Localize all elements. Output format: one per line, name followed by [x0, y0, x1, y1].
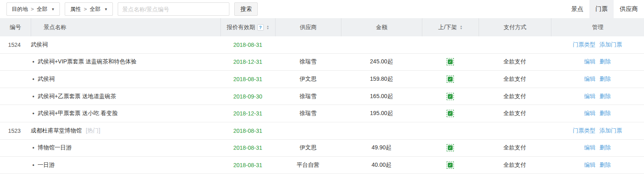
actions-cell: 编辑删除 [551, 71, 644, 88]
actions-cell: 编辑删除 [551, 140, 644, 157]
breadcrumb-separator: > [84, 6, 87, 12]
bullet-icon: • [32, 93, 34, 100]
on-shelf-checkbox-icon[interactable]: ✓ [447, 93, 454, 100]
supplier-cell: 徐瑞雪 [275, 54, 341, 71]
bullet-icon: • [32, 59, 34, 65]
on-shelf-cell: ✓ [422, 54, 479, 71]
row-id-cell [0, 88, 31, 105]
table-row: •博物馆一日游2018-08-31伊文思49.90起✓全款支付编辑删除 [0, 140, 644, 157]
add-ticket-link[interactable]: 添加门票 [600, 127, 622, 134]
delete-link[interactable]: 删除 [600, 110, 611, 117]
caret-down-icon: ▼ [51, 7, 55, 11]
supplier-cell: 伊文思 [275, 140, 341, 157]
edit-link[interactable]: 编辑 [584, 75, 595, 83]
header-valid-date: 报价有效期 ? ▲ ▼ [220, 18, 275, 36]
on-shelf-checkbox-icon[interactable]: ✓ [447, 161, 454, 169]
supplier-cell: 徐瑞雪 [275, 105, 341, 122]
table-row: •武侯祠+甲票套票 送小吃 看变脸2018-12-31徐瑞雪195.00起✓全款… [0, 105, 644, 122]
on-shelf-checkbox-icon[interactable]: ✓ [447, 75, 454, 83]
destination-value: 全部 [37, 6, 48, 13]
price-cell: 40.00起 [341, 157, 422, 174]
search-input[interactable] [118, 2, 229, 16]
supplier-cell [275, 122, 341, 139]
row-id-cell [0, 157, 31, 174]
row-id-cell [0, 71, 31, 88]
actions-cell: 编辑删除 [551, 88, 644, 105]
on-shelf-cell: ✓ [422, 88, 479, 105]
search-button[interactable]: 搜索 [234, 2, 258, 16]
scenic-name: 武侯祠 [31, 41, 48, 48]
row-id-cell [0, 140, 31, 157]
scenic-name-cell: •武侯祠+VIP票套票 送盖碗茶和特色体验 [31, 54, 220, 71]
add-ticket-link[interactable]: 添加门票 [600, 41, 622, 48]
help-icon[interactable]: ? [257, 24, 264, 31]
on-shelf-checkbox-icon[interactable]: ✓ [447, 110, 454, 117]
tab-scenic[interactable]: 景点 [565, 0, 589, 18]
valid-date-cell: 2018-08-31 [220, 71, 275, 88]
attribute-dropdown[interactable]: 属性 > 全部 ▼ [65, 2, 113, 16]
on-shelf-checkbox-icon[interactable]: ✓ [447, 58, 454, 65]
delete-link[interactable]: 删除 [600, 75, 611, 83]
bullet-icon: • [32, 162, 34, 168]
filter-toolbar: 目的地 > 全部 ▼ 属性 > 全部 ▼ 搜索 景点门票供应商 [0, 0, 644, 18]
valid-date-cell: 2018-08-31 [220, 122, 275, 139]
price-cell: 165.00起 [341, 88, 422, 105]
delete-link[interactable]: 删除 [600, 144, 611, 151]
caret-down-icon: ▼ [104, 7, 108, 11]
on-shelf-cell: ✓ [422, 140, 479, 157]
on-shelf-checkbox-icon[interactable]: ✓ [447, 144, 454, 151]
on-shelf-cell: ✓ [422, 71, 479, 88]
scenic-name-cell: •博物馆一日游 [31, 140, 220, 157]
valid-date-cell: 2018-08-31 [220, 36, 275, 53]
edit-link[interactable]: 编辑 [584, 58, 595, 65]
edit-link[interactable]: 编辑 [584, 161, 595, 169]
sort-icon[interactable]: ▲ ▼ [267, 25, 269, 30]
supplier-cell: 伊文思 [275, 71, 341, 88]
destination-dropdown[interactable]: 目的地 > 全部 ▼ [6, 2, 60, 16]
header-scenic-name: 景点名称 [31, 18, 220, 36]
actions-cell: 编辑删除 [551, 54, 644, 71]
valid-date-cell: 2018-12-31 [220, 105, 275, 122]
row-id-cell: 1524 [0, 36, 31, 53]
payment-cell: 全款支付 [479, 88, 551, 105]
delete-link[interactable]: 删除 [600, 161, 611, 169]
scenic-name: 博物馆一日游 [38, 144, 72, 151]
payment-cell [479, 36, 551, 53]
payment-cell: 全款支付 [479, 140, 551, 157]
delete-link[interactable]: 删除 [600, 93, 611, 100]
table-row: •武侯祠+VIP票套票 送盖碗茶和特色体验2018-12-31徐瑞雪245.00… [0, 54, 644, 71]
table-row: •一日游2018-08-31平台自营40.00起✓全款支付编辑删除 [0, 157, 644, 174]
supplier-cell: 徐瑞雪 [275, 88, 341, 105]
scenic-name-cell: •一日游 [31, 157, 220, 174]
view-tabs: 景点门票供应商 [565, 0, 644, 18]
row-id-cell [0, 54, 31, 71]
check-icon: ✓ [448, 145, 453, 150]
ticket-type-link[interactable]: 门票类型 [573, 127, 595, 134]
edit-link[interactable]: 编辑 [584, 110, 595, 117]
scenic-name: 武侯祠+甲票套票 送小吃 看变脸 [38, 110, 118, 117]
breadcrumb-separator: > [31, 6, 34, 12]
header-id: 编号 [0, 18, 31, 36]
destination-label: 目的地 [12, 6, 28, 13]
scenic-name: 武侯祠+VIP票套票 送盖碗茶和特色体验 [38, 58, 137, 65]
sort-icon[interactable]: ▲ ▼ [460, 25, 462, 30]
edit-link[interactable]: 编辑 [584, 144, 595, 151]
delete-link[interactable]: 删除 [600, 58, 611, 65]
on-shelf-cell: ✓ [422, 157, 479, 174]
scenic-name: 武侯祠+乙票套票 送地道盖碗茶 [38, 93, 116, 100]
table-row: 1523成都杜甫草堂博物馆[热门]2018-08-31门票类型添加门票 [0, 122, 644, 140]
payment-cell: 全款支付 [479, 71, 551, 88]
edit-link[interactable]: 编辑 [584, 93, 595, 100]
price-cell [341, 36, 422, 53]
price-cell: 195.00起 [341, 105, 422, 122]
price-cell: 245.00起 [341, 54, 422, 71]
check-icon: ✓ [448, 77, 453, 82]
payment-cell: 全款支付 [479, 54, 551, 71]
scenic-name-cell: 武侯祠 [31, 36, 220, 53]
header-supplier: 供应商 [275, 18, 341, 36]
tab-supplier[interactable]: 供应商 [614, 0, 644, 18]
table-row: •武侯祠2018-08-31伊文思159.80起✓全款支付编辑删除 [0, 71, 644, 88]
filter-controls: 目的地 > 全部 ▼ 属性 > 全部 ▼ 搜索 [0, 2, 258, 16]
tab-ticket[interactable]: 门票 [589, 0, 614, 18]
ticket-type-link[interactable]: 门票类型 [573, 41, 595, 48]
